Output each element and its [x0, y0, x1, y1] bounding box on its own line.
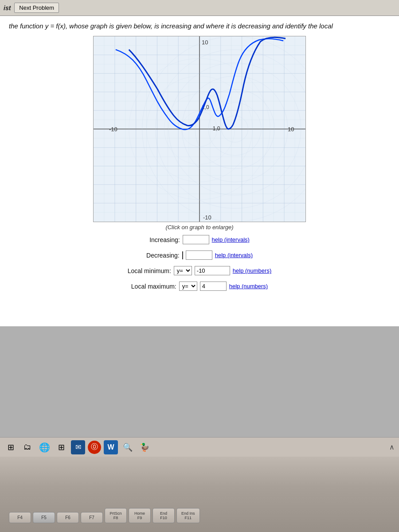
keyboard-area: F4 F5 F6 F7 PrtScnF8 HomeF9 EndF10 End I…	[0, 457, 399, 532]
increasing-label: Increasing:	[149, 236, 180, 243]
increasing-input[interactable]	[183, 235, 209, 244]
local-min-select[interactable]: y= x=	[174, 266, 192, 275]
taskbar-icon-zero[interactable]: ⓪	[88, 441, 101, 454]
key-f4[interactable]: F4	[9, 512, 31, 523]
decreasing-label: Decreasing:	[146, 252, 180, 259]
taskbar-icon-apps[interactable]: ⊞	[54, 440, 68, 454]
graph-svg: 10 -10 10 -10 1,0 1,0	[94, 36, 305, 222]
toolbar: ist Next Problem	[0, 0, 399, 16]
taskbar-icon-folder[interactable]: 🗂	[20, 440, 35, 454]
decreasing-help-link[interactable]: help (intervals)	[215, 252, 253, 258]
taskbar-icon-edge[interactable]: 🌐	[37, 440, 51, 454]
taskbar: ⊞ 🗂 🌐 ⊞ ✉ ⓪ W 🔍 🦆 ∧	[0, 437, 399, 457]
key-f7[interactable]: F7	[81, 512, 103, 523]
graph-caption[interactable]: (Click on graph to enlarge)	[165, 224, 233, 231]
taskbar-icon-mail[interactable]: ✉	[71, 440, 85, 454]
taskbar-icon-desktop[interactable]: ⊞	[4, 440, 18, 454]
local-max-select[interactable]: y= x=	[179, 282, 197, 291]
local-min-help-link[interactable]: help (numbers)	[233, 267, 271, 274]
svg-text:10: 10	[288, 126, 294, 133]
main-content: the function y = f(x), whose graph is gi…	[0, 16, 399, 326]
next-problem-button[interactable]: Next Problem	[14, 3, 59, 13]
svg-text:10: 10	[202, 39, 208, 46]
key-f6[interactable]: F6	[57, 512, 79, 523]
decreasing-input[interactable]	[186, 250, 212, 260]
graph-image[interactable]: 10 -10 10 -10 1,0 1,0	[93, 36, 306, 222]
local-max-input[interactable]	[200, 282, 227, 291]
local-max-row: Local maximum: y= x= help (numbers)	[131, 282, 268, 291]
key-prtscn[interactable]: PrtScnF8	[105, 508, 127, 523]
taskbar-icon-search[interactable]: 🔍	[121, 440, 135, 454]
function-keys-group: F4 F5 F6 F7 PrtScnF8 HomeF9 EndF10 End I…	[9, 508, 200, 523]
key-home[interactable]: HomeF9	[129, 508, 151, 523]
increasing-help-link[interactable]: help (intervals)	[212, 236, 250, 243]
toolbar-label: ist	[4, 4, 11, 12]
answer-section: Increasing: help (intervals) Decreasing:…	[9, 235, 390, 291]
local-min-label: Local minimum:	[128, 267, 171, 274]
decreasing-cursor	[182, 251, 183, 259]
svg-text:1,0: 1,0	[213, 125, 220, 132]
key-end-ins[interactable]: End InsF11	[176, 508, 200, 523]
svg-text:-10: -10	[109, 126, 117, 133]
decreasing-row: Decreasing: help (intervals)	[146, 250, 253, 260]
graph-wrapper: 10 -10 10 -10 1,0 1,0	[9, 36, 390, 231]
local-min-input[interactable]	[195, 266, 230, 275]
local-min-row: Local minimum: y= x= help (numbers)	[128, 266, 271, 275]
taskbar-icon-bird[interactable]: 🦆	[137, 440, 152, 454]
chevron-up-icon[interactable]: ∧	[389, 443, 395, 451]
key-f5[interactable]: F5	[33, 512, 55, 523]
increasing-row: Increasing: help (intervals)	[149, 235, 250, 244]
problem-text: the function y = f(x), whose graph is gi…	[9, 22, 390, 30]
local-max-help-link[interactable]: help (numbers)	[229, 283, 268, 289]
taskbar-icon-word[interactable]: W	[104, 440, 118, 454]
key-end-f10[interactable]: EndF10	[153, 508, 175, 523]
local-max-label: Local maximum:	[131, 283, 176, 290]
